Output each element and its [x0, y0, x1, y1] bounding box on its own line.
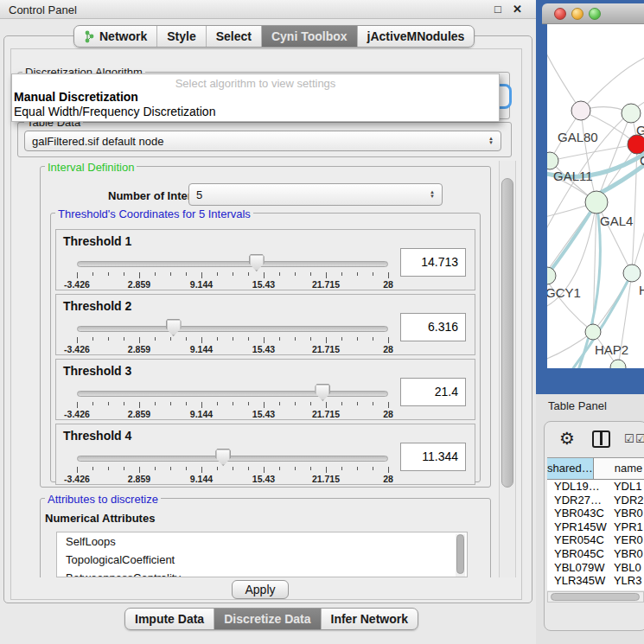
- network-edge[interactable]: [596, 113, 631, 202]
- cell-shared-name[interactable]: YLR345W: [547, 574, 609, 588]
- gear-icon[interactable]: ⚙: [559, 428, 575, 449]
- network-canvas[interactable]: GAL80GCGAL11GAL4GCY1HHAP2: [547, 24, 644, 368]
- slider-tick: [201, 337, 202, 343]
- threshold-value-field[interactable]: 21.4: [400, 378, 466, 406]
- cell-name[interactable]: YDR2: [609, 494, 644, 507]
- table-row[interactable]: YER054CYER0: [547, 533, 644, 547]
- network-node[interactable]: [628, 135, 644, 154]
- network-edge[interactable]: [547, 276, 593, 332]
- table-row[interactable]: YIL052CYIL0: [547, 588, 644, 590]
- cell-shared-name[interactable]: YIL052C: [547, 588, 609, 590]
- slider-track[interactable]: [77, 261, 388, 267]
- slider-tick-label: 9.144: [190, 474, 213, 484]
- cell-shared-name[interactable]: YDR27…: [547, 494, 609, 507]
- network-edge[interactable]: [581, 111, 596, 202]
- table-row[interactable]: YDL19…YDL1: [547, 480, 644, 494]
- table-row[interactable]: YBR043CYBR0: [547, 507, 644, 520]
- network-edge[interactable]: [632, 144, 637, 273]
- slider-tick: [373, 467, 373, 470]
- network-node[interactable]: [623, 265, 641, 282]
- cell-name[interactable]: YBL0: [609, 561, 644, 575]
- algorithm-hint-item[interactable]: Select algorithm to view settings: [12, 74, 499, 90]
- tab-cyni-toolbox[interactable]: Cyni Toolbox: [262, 26, 358, 47]
- tab-impute-data[interactable]: Impute Data: [125, 609, 214, 629]
- minimize-traffic-icon[interactable]: [571, 8, 583, 20]
- cell-shared-name[interactable]: YBL079W: [547, 561, 609, 575]
- slider-tick: [326, 402, 327, 408]
- checkbox-icon[interactable]: ☑: [635, 432, 644, 445]
- column-header-shared-name[interactable]: shared…: [547, 458, 594, 479]
- vertical-scrollbar-thumb[interactable]: [501, 178, 513, 488]
- table-data-combobox[interactable]: galFiltered.sif default node ▲▼: [24, 131, 501, 151]
- close-traffic-icon[interactable]: [554, 8, 566, 20]
- tab-select[interactable]: Select: [207, 26, 262, 47]
- threshold-value-field[interactable]: 14.713: [400, 248, 466, 277]
- tab-network[interactable]: Network: [74, 26, 157, 47]
- tab-label: Infer Network: [331, 612, 408, 626]
- slider-knob[interactable]: [215, 449, 231, 466]
- slider-track[interactable]: [77, 456, 388, 462]
- slider-track[interactable]: [77, 391, 388, 397]
- table-row[interactable]: YDR27…YDR2: [547, 494, 644, 507]
- network-node[interactable]: [585, 324, 601, 340]
- cell-shared-name[interactable]: YBR043C: [547, 507, 609, 520]
- cell-name[interactable]: YBR0: [609, 547, 644, 561]
- network-node[interactable]: [571, 101, 590, 120]
- cell-name[interactable]: YER0: [609, 533, 644, 547]
- table-row[interactable]: YBL079WYBL0: [547, 561, 644, 575]
- tab-infer-network[interactable]: Infer Network: [322, 609, 418, 629]
- threshold-value-field[interactable]: 11.344: [400, 443, 466, 471]
- checkbox-icon[interactable]: ☑: [624, 432, 634, 445]
- slider-tick: [108, 272, 109, 276]
- slider-knob[interactable]: [315, 384, 330, 401]
- cell-shared-name[interactable]: YER054C: [547, 533, 609, 547]
- slider-tick: [295, 272, 296, 276]
- attribute-list-item[interactable]: SelfLoops: [57, 532, 467, 551]
- network-node[interactable]: [622, 104, 641, 123]
- algorithm-option-manual[interactable]: Manual Discretization: [12, 90, 499, 105]
- list-scrollbar[interactable]: [456, 534, 465, 577]
- zoom-traffic-icon[interactable]: [589, 8, 601, 20]
- list-scrollbar-thumb[interactable]: [456, 534, 464, 574]
- tab-style[interactable]: Style: [157, 26, 206, 47]
- table-row[interactable]: YBR045CYBR0: [547, 547, 644, 561]
- horizontal-scrollbar-thumb[interactable]: [551, 593, 640, 601]
- slider-knob[interactable]: [249, 254, 265, 271]
- tab-discretize-data[interactable]: Discretize Data: [214, 609, 321, 629]
- cell-name[interactable]: YDL1: [609, 480, 644, 494]
- cell-name[interactable]: YLR3: [609, 574, 644, 588]
- number-of-intervals-combobox[interactable]: 5 ▲▼: [188, 183, 443, 206]
- cell-shared-name[interactable]: YDL19…: [547, 480, 609, 494]
- algorithm-option-equal-width[interactable]: Equal Width/Frequency Discretization: [12, 105, 499, 119]
- float-window-icon[interactable]: □: [494, 3, 501, 16]
- table-row[interactable]: YPR145WYPR1: [547, 520, 644, 534]
- split-columns-icon[interactable]: [592, 430, 610, 448]
- slider-knob[interactable]: [166, 319, 182, 336]
- cell-shared-name[interactable]: YPR145W: [547, 520, 609, 534]
- slider-tick: [217, 272, 218, 276]
- interval-definition-label: Interval Definition: [45, 161, 137, 174]
- network-window-titlebar[interactable]: [542, 3, 644, 24]
- attribute-list-item[interactable]: BetweennessCentrality: [57, 569, 467, 577]
- cell-name[interactable]: YIL0: [609, 588, 644, 590]
- cell-name[interactable]: YPR1: [609, 520, 644, 534]
- cell-shared-name[interactable]: YBR045C: [547, 547, 609, 561]
- tab-jactivemnodules[interactable]: jActiveMNodules: [358, 26, 475, 47]
- network-node[interactable]: [585, 191, 608, 214]
- vertical-scrollbar[interactable]: [499, 161, 516, 577]
- network-node[interactable]: [610, 360, 626, 368]
- network-node[interactable]: [547, 152, 558, 169]
- table-row[interactable]: YLR345WYLR3: [547, 574, 644, 588]
- apply-button[interactable]: Apply: [232, 580, 289, 599]
- network-node[interactable]: [547, 267, 556, 284]
- close-icon[interactable]: ✕: [513, 3, 522, 16]
- network-edge[interactable]: [581, 57, 644, 111]
- column-header-name[interactable]: name: [594, 458, 644, 479]
- attribute-list-item[interactable]: TopologicalCoefficient: [57, 551, 467, 569]
- numerical-attributes-list[interactable]: SelfLoopsTopologicalCoefficientBetweenne…: [56, 532, 468, 577]
- slider-track[interactable]: [77, 326, 388, 332]
- network-edge[interactable]: [547, 48, 581, 111]
- horizontal-scrollbar[interactable]: [547, 591, 644, 603]
- cell-name[interactable]: YBR0: [609, 507, 644, 520]
- threshold-value-field[interactable]: 6.316: [400, 313, 466, 341]
